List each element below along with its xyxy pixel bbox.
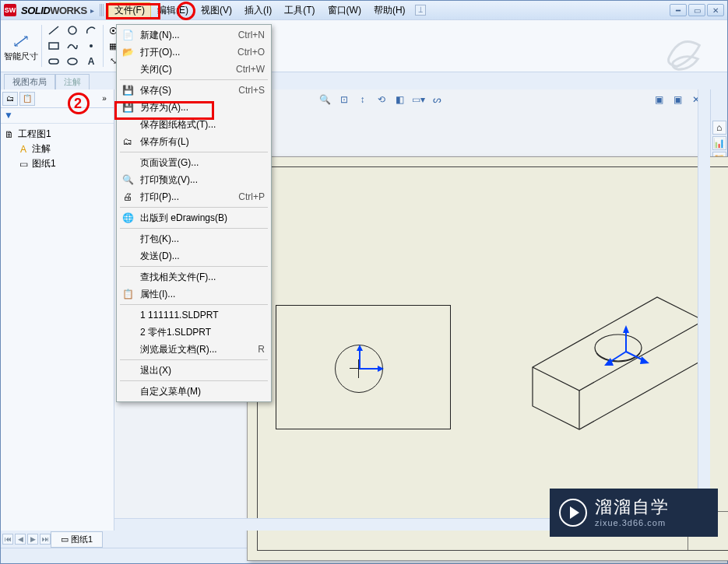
file-menu-item[interactable]: 📂打开(O)...Ctrl+O (117, 44, 271, 61)
menu-item-label: 浏览最近文档(R)... (140, 343, 217, 356)
zoom-fit-icon[interactable]: 🔍 (318, 93, 333, 107)
file-menu-item[interactable]: 1 111111.SLDPRT (117, 307, 271, 324)
file-menu-item[interactable]: 📄新建(N)...Ctrl+N (117, 26, 271, 44)
scrollbar-vertical[interactable] (698, 89, 710, 531)
triad-y-arrow (357, 345, 363, 351)
tab-first[interactable]: ⏮ (2, 534, 13, 545)
file-menu-item[interactable]: 🖨打印(P)...Ctrl+P (117, 188, 271, 205)
file-menu-item[interactable]: 保存图纸格式(T)... (117, 116, 271, 133)
feature-manager-tab[interactable]: 🗂 (2, 92, 18, 106)
file-menu-item[interactable]: 📋属性(I)... (117, 286, 271, 303)
pan-icon[interactable]: ↕ (355, 93, 371, 107)
menu-item-label: 保存(S) (140, 84, 171, 97)
tree-root[interactable]: 🗎 工程图1 (4, 127, 111, 142)
ellipse-tool[interactable] (64, 54, 81, 68)
file-menu-item[interactable]: 发送(D)... (117, 247, 271, 264)
file-menu-item[interactable]: 🌐出版到 eDrawings(B) (117, 209, 271, 226)
line-tool[interactable] (45, 23, 62, 37)
tab-next[interactable]: ▶ (27, 534, 38, 545)
slot-tool[interactable] (45, 54, 62, 68)
file-menu-item[interactable]: 🔍打印预览(V)... (117, 171, 271, 188)
tree-nav-right[interactable]: » (97, 92, 112, 106)
sketch-tools-grid: A (45, 23, 100, 68)
maximize-button[interactable]: ▭ (688, 4, 705, 16)
file-menu-item[interactable]: 自定义菜单(M) (117, 383, 271, 400)
svg-marker-11 (640, 356, 649, 364)
arc-tool[interactable] (83, 23, 100, 37)
tab-view-layout[interactable]: 视图布局 (4, 74, 55, 89)
ribbon: 智能尺寸 A ⦿镜向实体 ▦线性草图阵列▼ ⤡移动实体▼ (1, 19, 727, 72)
rect-tool[interactable] (45, 39, 62, 53)
menu-item-label: 另存为(A)... (140, 101, 188, 114)
filter-icon[interactable]: ▼ (2, 110, 15, 121)
viewport-1[interactable]: ▣ (651, 93, 666, 107)
tree-sheet[interactable]: ▭ 图纸1 (4, 156, 111, 171)
toolbar-grip[interactable] (100, 4, 104, 16)
menu-item-icon (121, 271, 134, 283)
menu-item-icon: 🔍 (121, 173, 134, 186)
hide-show-icon[interactable]: ᔕ (430, 93, 445, 107)
file-menu-item[interactable]: 页面设置(G)... (117, 154, 271, 171)
svg-point-2 (90, 44, 93, 47)
play-icon (559, 499, 587, 527)
triad-x (359, 368, 379, 370)
spline-tool[interactable] (64, 39, 81, 53)
viewport-2[interactable]: ▣ (670, 93, 685, 107)
body: 🗂 📋 » ▼ 🗎 工程图1 A 注解 ▭ 图纸1 (1, 89, 727, 531)
svg-point-0 (69, 26, 76, 34)
svg-rect-1 (49, 43, 58, 49)
menu-help[interactable]: 帮助(H) (368, 2, 412, 19)
text-tool[interactable]: A (83, 54, 100, 68)
circle-tool[interactable] (64, 23, 81, 37)
close-button[interactable]: ✕ (707, 4, 724, 16)
minimize-button[interactable]: ━ (670, 4, 687, 16)
menu-insert[interactable]: 插入(I) (238, 2, 278, 19)
display-style-icon[interactable]: ▭▾ (411, 93, 427, 107)
tree-filter-row: ▼ (1, 108, 114, 124)
menu-item-label: 关闭(C) (140, 63, 172, 76)
file-menu-item[interactable]: 浏览最近文档(R)...R (117, 341, 271, 358)
isometric-view[interactable] (509, 266, 719, 437)
zoom-area-icon[interactable]: ⊡ (336, 93, 352, 107)
file-menu-item[interactable]: 💾保存(S)Ctrl+S (117, 82, 271, 99)
file-menu-item[interactable]: 2 零件1.SLDPRT (117, 324, 271, 341)
collapse-icon[interactable]: ▸ (90, 6, 94, 15)
file-menu-dropdown: 📄新建(N)...Ctrl+N📂打开(O)...Ctrl+O关闭(C)Ctrl+… (116, 24, 272, 402)
tab-annotate[interactable]: 注解 (55, 74, 90, 89)
point-tool[interactable] (83, 39, 100, 53)
file-menu-item[interactable]: 💾另存为(A)... (117, 99, 271, 116)
tab-last[interactable]: ⏭ (40, 534, 51, 545)
section-icon[interactable]: ◧ (392, 93, 408, 107)
file-menu-item[interactable]: 🗂保存所有(L) (117, 133, 271, 150)
front-view[interactable] (276, 305, 451, 429)
smart-dimension-tool[interactable]: 智能尺寸 (4, 23, 38, 68)
menu-window[interactable]: 窗口(W) (322, 2, 368, 19)
tree-annotations[interactable]: A 注解 (4, 142, 111, 156)
file-menu-item[interactable]: 关闭(C)Ctrl+W (117, 61, 271, 78)
menu-separator (120, 359, 268, 360)
menu-view[interactable]: 视图(V) (195, 2, 238, 19)
menu-item-shortcut: Ctrl+S (238, 85, 265, 96)
menu-edit[interactable]: 编辑(E) (151, 2, 195, 19)
file-menu-item[interactable]: 打包(K)... (117, 230, 271, 247)
menu-item-icon (121, 343, 134, 356)
rotate-icon[interactable]: ⟲ (374, 93, 389, 107)
menu-tools[interactable]: 工具(T) (278, 2, 321, 19)
file-menu-item[interactable]: 查找相关文件(F)... (117, 268, 271, 286)
brand-works: WORKS (50, 5, 86, 16)
push-pin-icon[interactable]: ⟘ (415, 5, 426, 16)
menu-separator (120, 79, 268, 80)
property-manager-tab[interactable]: 📋 (19, 92, 35, 106)
taskpane-home-icon[interactable]: ⌂ (712, 121, 726, 135)
menu-item-label: 1 111111.SLDPRT (140, 310, 219, 321)
feature-tree[interactable]: 🗎 工程图1 A 注解 ▭ 图纸1 (1, 124, 114, 174)
menu-item-icon: 📂 (121, 46, 134, 58)
tab-prev[interactable]: ◀ (15, 534, 26, 545)
sheet-tab[interactable]: ▭ 图纸1 (51, 531, 103, 548)
annotation-icon: A (18, 144, 29, 155)
menu-separator (120, 228, 268, 229)
taskpane-resources-icon[interactable]: 📊 (712, 136, 726, 150)
file-menu-item[interactable]: 退出(X) (117, 362, 271, 379)
watermark: 溜溜自学 zixue.3d66.com (550, 489, 718, 537)
menu-file[interactable]: 文件(F) (108, 2, 151, 19)
